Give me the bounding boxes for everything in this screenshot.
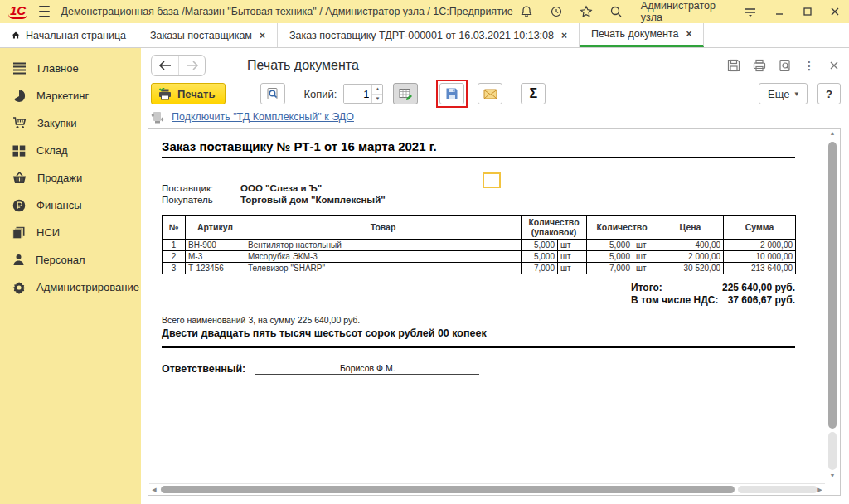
kebab-menu-icon[interactable]: ⋮ — [803, 59, 815, 72]
maximize-button[interactable] — [802, 5, 813, 18]
scroll-up-icon[interactable]: ▲ — [826, 130, 839, 140]
supplier-value: ООО "Слеза и Ъ" — [240, 183, 322, 193]
tab-close-icon[interactable]: × — [561, 30, 567, 41]
grid-icon — [12, 145, 26, 157]
sidebar-item-label: Главное — [37, 62, 79, 75]
table-row[interactable]: 2 М-3 Мясорубка ЭКМ-3 5,000 шт 5,000 шт … — [163, 251, 796, 263]
service-menu-icon[interactable] — [744, 5, 757, 19]
print-preview-button[interactable] — [260, 83, 285, 104]
copies-input[interactable] — [344, 85, 371, 103]
horizontal-scrollbar[interactable]: ◀ ▶ — [149, 483, 825, 494]
table-settings-button[interactable] — [393, 83, 418, 104]
tab-home[interactable]: Начальная страница — [0, 23, 138, 47]
items-summary: Всего наименований 3, на сумму 225 640,0… — [162, 315, 795, 325]
sidebar-item-label: Закупки — [37, 117, 76, 129]
edo-exchange-icon — [151, 111, 164, 124]
notifications-bell-icon[interactable] — [520, 5, 533, 19]
sidebar-item-label: Администрирование — [36, 281, 139, 293]
edo-connect-link[interactable]: Подключить "ТД Комплексный" к ЭДО — [172, 111, 354, 123]
copies-stepper[interactable]: ▲ ▼ — [343, 84, 383, 104]
responsible-label: Ответственный: — [162, 363, 245, 375]
basket-icon — [12, 172, 27, 184]
tab-close-icon[interactable]: × — [686, 28, 691, 40]
sidebar-item-label: Продажи — [37, 172, 82, 184]
back-button[interactable] — [152, 56, 178, 75]
buyer-value: Торговый дом "Комплексный" — [240, 195, 386, 205]
sidebar-item-label: Склад — [36, 144, 68, 157]
print-icon[interactable] — [752, 59, 766, 73]
tab-print-document[interactable]: Печать документа × — [580, 23, 704, 47]
document-title: Заказ поставщику № РТ-1 от 16 марта 2021… — [162, 139, 795, 158]
menu-lines-icon — [12, 62, 27, 75]
copies-label: Копий: — [303, 88, 337, 100]
vertical-scroll-thumb[interactable] — [828, 142, 837, 429]
tab-orders-to-suppliers[interactable]: Заказы поставщикам × — [138, 23, 278, 47]
tab-supplier-order-document[interactable]: Заказ поставщику ТДРТ-000001 от 16.03.20… — [278, 23, 580, 47]
vertical-scrollbar[interactable]: ▲ ▼ — [826, 130, 839, 482]
edo-row: Подключить "ТД Комплексный" к ЭДО — [151, 109, 354, 124]
scroll-left-icon[interactable]: ◀ — [149, 484, 159, 495]
tab-label: Печать документа — [591, 28, 678, 40]
person-icon — [12, 254, 25, 266]
save-icon[interactable] — [726, 59, 740, 73]
save-file-button[interactable] — [439, 83, 464, 104]
favorites-star-icon[interactable] — [580, 5, 593, 19]
spin-up-icon[interactable]: ▲ — [372, 85, 382, 94]
spin-down-icon[interactable]: ▼ — [372, 94, 382, 104]
sidebar-item-finansy[interactable]: Финансы — [0, 191, 141, 219]
sidebar-item-label: НСИ — [36, 226, 60, 239]
sidebar-item-nsi[interactable]: НСИ — [0, 219, 141, 246]
close-form-icon[interactable] — [827, 59, 841, 73]
col-qty: Количество — [587, 216, 657, 240]
send-email-button[interactable] — [478, 83, 502, 104]
more-button[interactable]: Еще ▾ — [759, 83, 808, 104]
pie-chart-icon — [12, 90, 26, 103]
col-qty-pack: Количество (упаковок) — [522, 216, 587, 240]
save-highlight-box — [436, 80, 468, 108]
scroll-right-icon[interactable]: ▶ — [815, 484, 825, 495]
selected-cell-outline[interactable] — [483, 172, 501, 188]
vat-label: В том числе НДС: — [631, 294, 718, 307]
print-button[interactable]: Печать — [151, 83, 226, 104]
page-title: Печать документа — [247, 58, 359, 73]
sidebar-item-sklad[interactable]: Склад — [0, 137, 141, 164]
horizontal-scroll-thumb[interactable] — [161, 486, 735, 493]
history-icon[interactable] — [550, 5, 563, 19]
envelope-icon — [483, 89, 497, 99]
save-diskette-icon — [445, 87, 458, 100]
col-product: Товар — [245, 216, 522, 240]
amount-in-words: Двести двадцать пять тысяч шестьсот соро… — [162, 327, 795, 339]
col-num: № — [163, 216, 186, 240]
sidebar-item-marketing[interactable]: Маркетинг — [0, 82, 141, 109]
forward-button[interactable] — [178, 56, 205, 75]
print-form: Заказ поставщику № РТ-1 от 16 марта 2021… — [148, 129, 825, 483]
main-menu-icon[interactable] — [39, 6, 49, 17]
close-button[interactable] — [829, 5, 841, 18]
responsible-signature: Борисов Ф.М. — [255, 363, 479, 375]
sidebar-item-personal[interactable]: Персонал — [0, 246, 141, 274]
sidebar-item-zakupki[interactable]: Закупки — [0, 109, 141, 137]
help-button[interactable]: ? — [817, 83, 841, 104]
sidebar-item-label: Маркетинг — [36, 90, 89, 102]
tab-label: Начальная страница — [26, 30, 126, 41]
1c-logo-icon: 1С — [8, 4, 27, 19]
goods-table: № Артикул Товар Количество (упаковок) Ко… — [162, 215, 796, 274]
minimize-button[interactable] — [774, 5, 785, 18]
scroll-down-icon[interactable]: ▼ — [826, 472, 839, 482]
title-bar: 1С Демонстрационная база /Магазин "Бытов… — [0, 0, 849, 23]
preview-icon[interactable] — [778, 59, 792, 73]
sidebar-item-administrirovanie[interactable]: Администрирование — [0, 274, 141, 301]
search-icon[interactable] — [609, 5, 623, 19]
sidebar-item-prodazhi[interactable]: Продажи — [0, 164, 141, 191]
sidebar-item-glavnoe[interactable]: Главное — [0, 55, 141, 82]
table-row[interactable]: 3 Т-123456 Телевизор "SHARP" 7,000 шт 7,… — [163, 263, 796, 274]
cart-icon — [12, 117, 27, 129]
col-sku: Артикул — [186, 216, 245, 240]
content-toolbar: Печать Копий: ▲ ▼ — [151, 82, 841, 105]
tab-close-icon[interactable]: × — [260, 30, 265, 41]
current-user[interactable]: Администратор узла — [641, 0, 725, 23]
divider — [162, 346, 795, 348]
sum-button[interactable]: Σ — [521, 83, 546, 104]
table-row[interactable]: 1 ВН-900 Вентилятор настольный 5,000 шт … — [163, 240, 796, 251]
table-header-row: № Артикул Товар Количество (упаковок) Ко… — [163, 216, 796, 240]
